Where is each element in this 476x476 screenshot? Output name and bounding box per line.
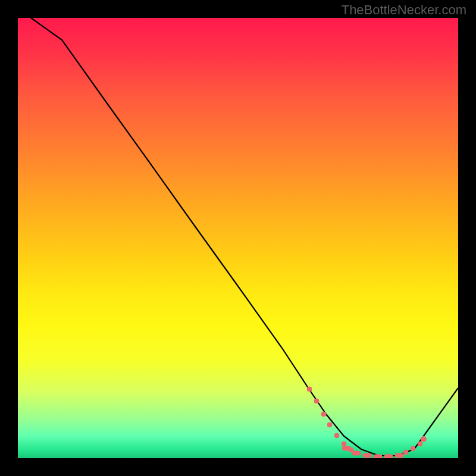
chart-plot-area	[18, 18, 458, 458]
svg-point-2	[321, 412, 326, 416]
svg-rect-12	[395, 453, 403, 458]
svg-point-13	[403, 450, 408, 455]
watermark-text: TheBottleNecker.com	[342, 2, 466, 18]
svg-rect-8	[352, 451, 361, 455]
svg-point-15	[418, 441, 422, 446]
svg-rect-10	[374, 455, 382, 458]
svg-rect-9	[363, 453, 371, 458]
bottleneck-curve-line	[31, 18, 458, 456]
svg-point-16	[421, 437, 427, 442]
svg-point-0	[307, 387, 312, 392]
svg-point-4	[334, 433, 339, 438]
svg-point-5	[342, 441, 346, 446]
svg-point-14	[411, 446, 415, 451]
chart-svg	[18, 18, 458, 458]
valley-markers	[307, 387, 427, 458]
svg-rect-7	[342, 446, 350, 450]
svg-point-1	[314, 399, 319, 403]
svg-point-6	[349, 447, 353, 452]
svg-point-3	[327, 422, 332, 427]
svg-rect-11	[384, 455, 393, 458]
